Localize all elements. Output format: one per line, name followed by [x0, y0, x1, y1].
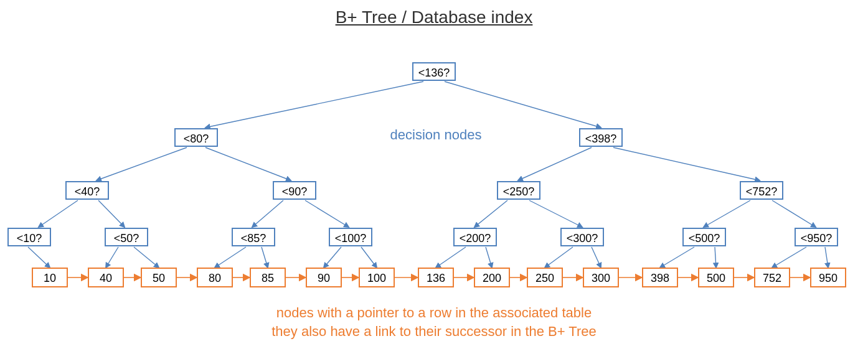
- leaf-6: 100: [359, 268, 395, 287]
- svg-line-13: [772, 200, 816, 227]
- dnode-l3b: <90?: [273, 181, 316, 200]
- leaf-9: 250: [527, 268, 563, 287]
- leaf-1: 40: [88, 268, 124, 287]
- leaf-7: 136: [418, 268, 454, 287]
- leaf-10: 300: [583, 268, 619, 287]
- diagram-stage: <136? <80? <398? <40? <90? <250? <752? <…: [0, 0, 868, 359]
- svg-line-6: [39, 200, 78, 227]
- svg-line-3: [205, 147, 291, 180]
- leaf-14: 950: [810, 268, 846, 287]
- svg-line-18: [262, 247, 268, 268]
- leaf-0: 10: [32, 268, 68, 287]
- label-decision: decision nodes: [330, 127, 542, 143]
- dnode-l4b: <50?: [105, 228, 148, 246]
- svg-line-27: [772, 247, 806, 268]
- dnode-l2b: <398?: [579, 128, 623, 147]
- svg-line-5: [613, 147, 760, 180]
- dnode-l4g: <500?: [682, 228, 726, 246]
- leaf-3: 80: [197, 268, 233, 287]
- svg-line-12: [704, 200, 750, 227]
- svg-line-21: [436, 247, 466, 268]
- svg-line-4: [518, 147, 592, 180]
- svg-line-26: [715, 247, 716, 268]
- dnode-l3c: <250?: [497, 181, 540, 200]
- svg-line-16: [134, 247, 159, 268]
- svg-line-7: [98, 200, 125, 227]
- leaf-11: 398: [642, 268, 678, 287]
- dnode-l3a: <40?: [65, 181, 109, 200]
- dnode-l4e: <200?: [453, 228, 497, 246]
- dnode-l4d: <100?: [329, 228, 372, 246]
- svg-line-19: [324, 247, 341, 268]
- svg-line-22: [486, 247, 492, 268]
- svg-line-2: [97, 147, 187, 180]
- dnode-l3d: <752?: [740, 181, 783, 200]
- svg-line-15: [106, 247, 118, 268]
- leaf-13: 752: [754, 268, 790, 287]
- dnode-l4f: <300?: [560, 228, 604, 246]
- svg-line-0: [205, 82, 423, 128]
- dnode-l4h: <950?: [795, 228, 838, 246]
- dnode-l4a: <10?: [7, 228, 51, 246]
- svg-line-14: [28, 247, 50, 268]
- svg-line-20: [361, 247, 377, 268]
- dnode-root: <136?: [412, 62, 456, 81]
- leaf-5: 90: [306, 268, 342, 287]
- svg-line-9: [305, 200, 349, 227]
- leaf-4: 85: [250, 268, 286, 287]
- svg-line-23: [545, 247, 573, 268]
- svg-line-10: [474, 200, 507, 227]
- dnode-l2a: <80?: [174, 128, 218, 147]
- label-footer-2: they also have a link to their successor…: [0, 324, 868, 340]
- label-footer-1: nodes with a pointer to a row in the ass…: [0, 305, 868, 321]
- leaf-12: 500: [698, 268, 734, 287]
- svg-line-28: [825, 247, 828, 268]
- leaf-2: 50: [141, 268, 177, 287]
- svg-line-1: [445, 82, 601, 128]
- svg-line-24: [592, 247, 601, 268]
- svg-line-11: [529, 200, 582, 227]
- leaf-8: 200: [474, 268, 510, 287]
- svg-line-8: [252, 200, 283, 227]
- dnode-l4c: <85?: [232, 228, 275, 246]
- svg-line-17: [215, 247, 246, 268]
- svg-line-25: [660, 247, 694, 268]
